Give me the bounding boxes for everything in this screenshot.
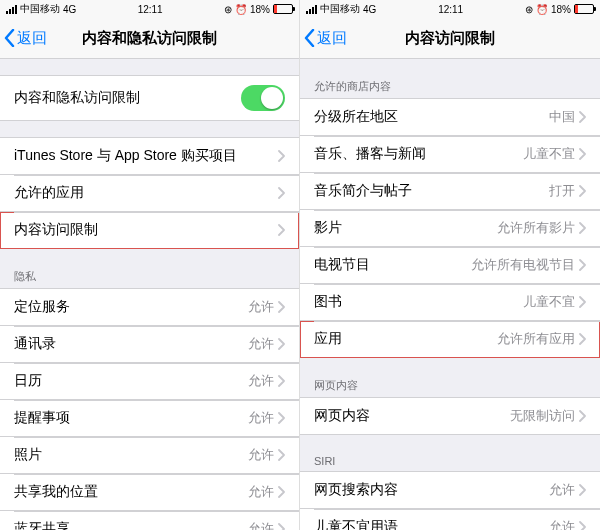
row-label: 定位服务 [14,298,70,316]
row-label: 蓝牙共享 [14,520,70,530]
row-label: 提醒事项 [14,409,70,427]
settings-row[interactable]: 应用允许所有应用 [300,321,600,358]
status-bar: 中国移动 4G 12:11 ⊛ ⏰ 18% [300,0,600,18]
settings-row[interactable]: 内容访问限制 [0,212,299,249]
row-value: 允许 [549,481,586,499]
chevron-left-icon [304,29,315,47]
alarm-icon: ⊛ [525,4,533,15]
chevron-right-icon [579,259,586,271]
battery-icon [574,4,594,14]
row-value [278,224,285,236]
network: 4G [63,4,76,15]
battery-pct: 18% [250,4,270,15]
carrier: 中国移动 [20,2,60,16]
row-value: 允许 [248,446,285,464]
row-label: 音乐、播客与新闻 [314,145,426,163]
row-label: 允许的应用 [14,184,84,202]
chevron-right-icon [579,484,586,496]
row-label: 通讯录 [14,335,56,353]
content-right[interactable]: 允许的商店内容 分级所在地区中国音乐、播客与新闻儿童不宜音乐简介与帖子打开影片允… [300,59,600,530]
alarm-icon-2: ⏰ [235,4,247,15]
row-value: 允许所有应用 [497,330,586,348]
settings-row[interactable]: 通讯录允许 [0,326,299,363]
row-value: 儿童不宜 [523,145,586,163]
chevron-right-icon [278,486,285,498]
row-value: 允许 [248,483,285,501]
network: 4G [363,4,376,15]
row-label: 共享我的位置 [14,483,98,501]
row-label: 儿童不宜用语 [314,518,398,530]
carrier: 中国移动 [320,2,360,16]
toggle-row[interactable]: 内容和隐私访问限制 [0,75,299,121]
battery-icon [273,4,293,14]
settings-row[interactable]: 共享我的位置允许 [0,474,299,511]
chevron-right-icon [579,296,586,308]
chevron-right-icon [579,148,586,160]
settings-row[interactable]: 儿童不宜用语允许 [300,509,600,530]
row-value: 允许 [248,409,285,427]
toggle-switch[interactable] [241,85,285,111]
status-bar: 中国移动 4G 12:11 ⊛ ⏰ 18% [0,0,299,18]
phone-right: 中国移动 4G 12:11 ⊛ ⏰ 18% 返回 内容访问限制 允许的商店内容 … [300,0,600,530]
chevron-right-icon [579,410,586,422]
settings-row[interactable]: 影片允许所有影片 [300,210,600,247]
row-value: 允许所有影片 [497,219,586,237]
content-left[interactable]: 内容和隐私访问限制 iTunes Store 与 App Store 购买项目允… [0,59,299,530]
row-value: 打开 [549,182,586,200]
row-label: 网页内容 [314,407,370,425]
chevron-right-icon [278,449,285,461]
chevron-left-icon [4,29,15,47]
row-value [278,150,285,162]
settings-row[interactable]: 网页内容无限制访问 [300,397,600,435]
settings-row[interactable]: 图书儿童不宜 [300,284,600,321]
settings-row[interactable]: 音乐简介与帖子打开 [300,173,600,210]
settings-row[interactable]: 分级所在地区中国 [300,98,600,136]
back-label: 返回 [17,29,47,48]
chevron-right-icon [579,521,586,530]
settings-row[interactable]: iTunes Store 与 App Store 购买项目 [0,137,299,175]
row-value [278,187,285,199]
row-label: 音乐简介与帖子 [314,182,412,200]
back-button[interactable]: 返回 [300,29,347,48]
settings-row[interactable]: 提醒事项允许 [0,400,299,437]
chevron-right-icon [579,333,586,345]
row-label: 日历 [14,372,42,390]
section-header-privacy: 隐私 [0,265,299,288]
row-value: 儿童不宜 [523,293,586,311]
settings-row[interactable]: 音乐、播客与新闻儿童不宜 [300,136,600,173]
chevron-right-icon [278,375,285,387]
back-label: 返回 [317,29,347,48]
settings-row[interactable]: 允许的应用 [0,175,299,212]
phone-left: 中国移动 4G 12:11 ⊛ ⏰ 18% 返回 内容和隐私访问限制 内容和隐私… [0,0,300,530]
section-header-store: 允许的商店内容 [300,75,600,98]
row-value: 无限制访问 [510,407,586,425]
chevron-right-icon [278,224,285,236]
row-label: 图书 [314,293,342,311]
settings-row[interactable]: 日历允许 [0,363,299,400]
row-value: 允许 [549,518,586,530]
chevron-right-icon [278,338,285,350]
chevron-right-icon [278,150,285,162]
nav-bar: 返回 内容和隐私访问限制 [0,18,299,59]
settings-row[interactable]: 网页搜索内容允许 [300,471,600,509]
row-value: 允许 [248,520,285,530]
chevron-right-icon [579,111,586,123]
row-label: 内容访问限制 [14,221,98,239]
alarm-icon-2: ⏰ [536,4,548,15]
section-header-siri: SIRI [300,451,600,471]
row-label: 照片 [14,446,42,464]
signal-icon [6,5,17,14]
row-label: 应用 [314,330,342,348]
row-value: 中国 [549,108,586,126]
chevron-right-icon [278,187,285,199]
settings-row[interactable]: 照片允许 [0,437,299,474]
row-label: 电视节目 [314,256,370,274]
settings-row[interactable]: 蓝牙共享允许 [0,511,299,530]
settings-row[interactable]: 电视节目允许所有电视节目 [300,247,600,284]
row-value: 允许 [248,372,285,390]
back-button[interactable]: 返回 [0,29,47,48]
row-value: 允许 [248,298,285,316]
chevron-right-icon [579,222,586,234]
chevron-right-icon [278,301,285,313]
settings-row[interactable]: 定位服务允许 [0,288,299,326]
